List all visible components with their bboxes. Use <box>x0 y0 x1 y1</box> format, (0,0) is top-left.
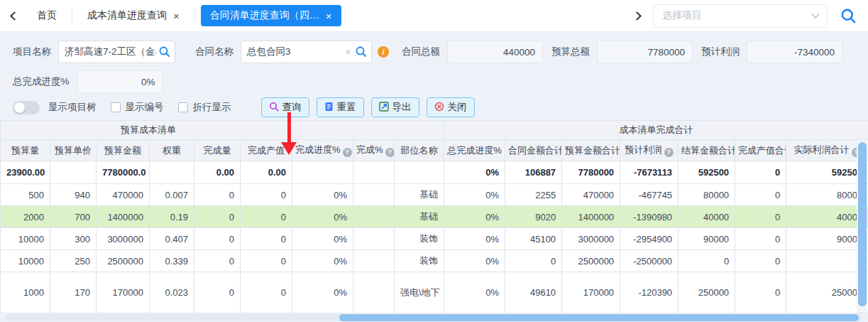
column-header[interactable]: 结算金额合计 <box>679 140 735 161</box>
column-header[interactable]: 总完成进度% <box>444 140 505 161</box>
search-icon[interactable] <box>355 45 368 58</box>
column-header[interactable]: 实际利润合计? <box>786 140 868 161</box>
overall-progress-field <box>77 70 163 93</box>
help-icon[interactable]: ? <box>385 148 395 157</box>
cell: 23900.00 <box>1 161 50 184</box>
horizontal-scrollbar-thumb[interactable] <box>339 314 859 321</box>
cell: -1390980 <box>620 206 679 228</box>
reset-button[interactable]: 重置 <box>317 97 364 117</box>
tab-3[interactable]: 合同清单进度查询（四…× <box>201 5 341 26</box>
column-header[interactable]: 预算金额合计 <box>562 140 620 161</box>
expected-profit-label: 预计利润 <box>701 45 740 58</box>
tab-label: 首页 <box>37 9 57 22</box>
project-tree-toggle[interactable] <box>13 101 40 114</box>
cell: 0 <box>735 184 786 206</box>
group-header-row: 预算成本清单成本清单完成合计 <box>1 121 868 140</box>
column-header[interactable]: 合同金额合计 <box>505 140 562 161</box>
toggle-knob <box>14 102 25 113</box>
cell: 90000 <box>679 228 735 250</box>
cell: 90000 <box>786 228 868 250</box>
column-header[interactable]: 预算单价 <box>50 140 97 161</box>
checkbox-item-1: 显示编号 <box>111 101 164 114</box>
table-wrap: 预算成本清单成本清单完成合计预算量预算单价预算金额权重完成量完成产值完成进度%?… <box>0 120 868 313</box>
contract-total-value <box>448 41 542 63</box>
cell: 0 <box>241 272 292 313</box>
button-label: 关闭 <box>448 101 467 114</box>
toolbar: 显示项目树 显示编号折行显示 查询重置导出关闭 <box>13 97 868 117</box>
column-header[interactable]: 完成产值合计 <box>735 140 786 161</box>
close-button[interactable]: 关闭 <box>427 97 475 117</box>
cell: 0% <box>444 228 505 250</box>
column-header-label: 总完成进度% <box>447 145 502 156</box>
cell: 300 <box>50 228 97 250</box>
column-header[interactable]: 完成产值 <box>241 140 292 161</box>
cell: 0% <box>292 228 353 250</box>
column-header[interactable]: 完成%? <box>353 140 395 161</box>
clear-icon[interactable]: × <box>345 46 351 57</box>
cell: 0 <box>241 228 292 250</box>
column-header-label: 完成产值 <box>248 145 285 156</box>
cell: 592500 <box>786 161 868 184</box>
cell: 0% <box>444 184 505 206</box>
project-select[interactable]: 选择项目 <box>653 4 828 28</box>
table-row[interactable]: 1000030030000000.407000%装饰0%451003000000… <box>1 228 868 250</box>
contract-name-input[interactable] <box>241 41 371 63</box>
close-icon[interactable]: × <box>173 11 180 21</box>
cell: 0% <box>444 206 505 228</box>
column-header-label: 完成进度% <box>295 144 341 155</box>
button-group: 查询重置导出关闭 <box>261 97 482 117</box>
cell: 0 <box>735 206 786 228</box>
cell <box>353 206 395 228</box>
table-row[interactable]: 23900.007780000.00.000.000%1068877780000… <box>1 161 868 184</box>
search-icon[interactable] <box>840 8 857 24</box>
budget-total-field <box>597 41 693 63</box>
column-header[interactable]: 部位名称 <box>395 140 444 161</box>
help-icon[interactable]: ? <box>343 148 352 157</box>
cell: 0 <box>786 250 868 272</box>
close-icon <box>434 102 448 114</box>
cell <box>292 161 353 184</box>
column-header[interactable]: 预算量 <box>1 140 50 161</box>
cell: 7780000 <box>562 161 620 184</box>
table-row[interactable]: 5009404700000.007000%基础0%2255470000-4677… <box>1 184 868 206</box>
cell: 0 <box>735 161 786 184</box>
chevron-down-icon <box>811 10 819 18</box>
table-row[interactable]: 10001701700000.023000%强电\地下0%49610170000… <box>1 272 868 313</box>
close-icon[interactable]: × <box>326 11 332 21</box>
chevron-right-icon[interactable] <box>632 11 642 21</box>
cell <box>50 161 97 184</box>
tab-1[interactable]: 首页 <box>28 5 66 26</box>
tab-2[interactable]: 成本清单进度查询× <box>78 5 189 26</box>
cell: 0% <box>292 184 353 206</box>
export-button[interactable]: 导出 <box>371 97 419 117</box>
search-button[interactable]: 查询 <box>261 97 309 117</box>
info-icon[interactable]: i <box>378 46 389 58</box>
column-header[interactable]: 预计利润? <box>620 140 679 161</box>
column-header[interactable]: 完成进度%? <box>292 140 353 161</box>
column-header-label: 预计利润 <box>625 144 662 155</box>
export-icon <box>379 102 392 114</box>
vertical-scrollbar-thumb[interactable] <box>858 142 867 306</box>
cell: 0.007 <box>150 184 194 206</box>
checkbox[interactable] <box>178 102 188 112</box>
project-name-input[interactable] <box>59 41 175 63</box>
checkbox[interactable] <box>111 102 121 112</box>
column-header[interactable]: 完成量 <box>194 140 241 161</box>
vertical-scrollbar[interactable] <box>857 140 867 313</box>
table-row[interactable]: 200070014000000.19000%基础0%90201400000-13… <box>1 206 868 228</box>
search-icon <box>269 102 282 114</box>
column-header[interactable]: 预算金额 <box>97 140 150 161</box>
column-header[interactable]: 权重 <box>150 140 194 161</box>
button-label: 查询 <box>282 101 302 114</box>
cell: 1400000 <box>562 206 620 228</box>
help-icon[interactable]: ? <box>664 148 674 157</box>
tab-divider <box>194 9 195 22</box>
cell: 10000 <box>1 250 50 272</box>
cell: 80000 <box>679 184 735 206</box>
column-header-label: 权重 <box>163 145 181 156</box>
cell: 0 <box>194 184 241 206</box>
chevron-left-icon[interactable] <box>10 11 19 21</box>
search-icon[interactable] <box>158 45 171 58</box>
table-row[interactable]: 1000025025000000.339000%装饰0%02500000-250… <box>1 250 868 272</box>
cell: 0 <box>505 250 562 272</box>
